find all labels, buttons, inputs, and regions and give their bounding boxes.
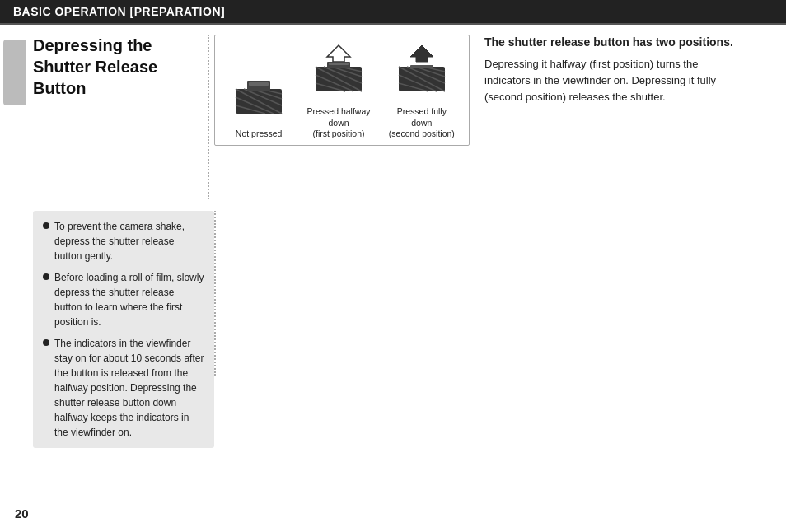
vertical-separator: [208, 35, 209, 199]
page-header: BASIC OPERATION [PREPARATION]: [0, 0, 786, 23]
description-block: The shutter release button has two posit…: [478, 35, 733, 105]
svg-rect-27: [410, 65, 433, 68]
label-half-pressed: Pressed halfwaydown(first position): [306, 106, 370, 140]
note-text-3: The indicators in the viewfinder stay on…: [54, 336, 204, 440]
bullet-icon-2: [43, 273, 49, 280]
page-number: 20: [15, 506, 29, 520]
header-title: BASIC OPERATION [PREPARATION]: [13, 5, 225, 18]
svg-rect-18: [329, 63, 349, 65]
note-item-2: Before loading a roll of film, slowly de…: [43, 270, 204, 329]
svg-marker-9: [327, 45, 350, 62]
label-not-pressed: Not pressed: [236, 128, 283, 140]
note-item-3: The indicators in the viewfinder stay on…: [43, 336, 204, 440]
svg-marker-19: [410, 45, 433, 62]
shutter-full-pressed: Pressed fullydown(second position): [389, 44, 455, 140]
shutter-not-pressed: Not pressed: [229, 66, 288, 140]
notes-separator: [214, 211, 216, 376]
shutter-half-pressed: Pressed halfwaydown(first position): [306, 44, 370, 140]
section-tab: [0, 25, 30, 530]
section-title: Depressing the Shutter Release Button: [33, 35, 198, 99]
notes-section: To prevent the camera shake, depress the…: [33, 211, 779, 448]
notes-content: To prevent the camera shake, depress the…: [33, 211, 214, 448]
section-title-block: Depressing the Shutter Release Button: [33, 35, 206, 99]
tab-marker: [3, 40, 26, 105]
bullet-icon-3: [43, 339, 49, 346]
note-text-2: Before loading a roll of film, slowly de…: [54, 270, 204, 329]
note-item-1: To prevent the camera shake, depress the…: [43, 219, 204, 264]
bullet-icon-1: [43, 222, 49, 229]
note-text-1: To prevent the camera shake, depress the…: [54, 219, 204, 264]
description-title: The shutter release button has two posit…: [484, 35, 733, 51]
svg-rect-8: [249, 82, 269, 86]
description-body: Depressing it halfway (first position) t…: [484, 56, 733, 105]
shutter-diagram: Not pressed: [214, 35, 470, 146]
label-full-pressed: Pressed fullydown(second position): [389, 106, 455, 140]
